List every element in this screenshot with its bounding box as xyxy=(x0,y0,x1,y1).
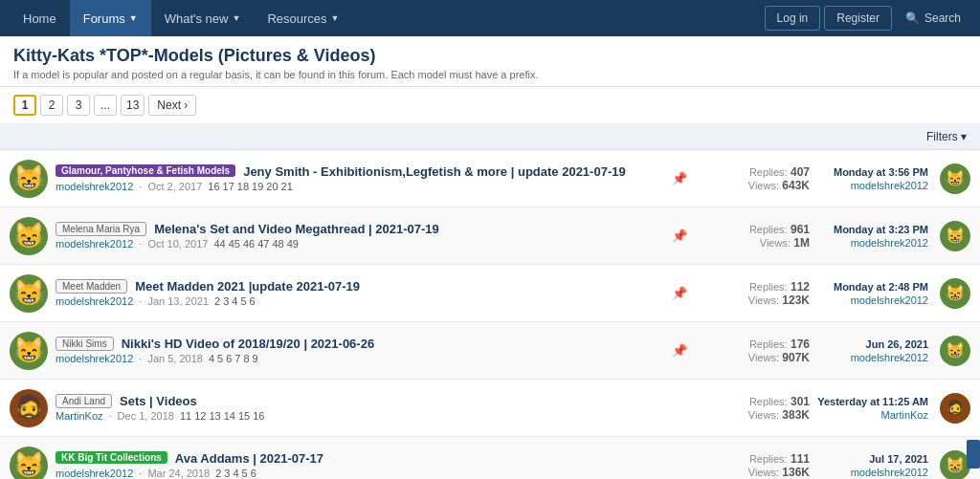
thread-page-links: 23456 xyxy=(215,468,256,479)
thread-tag: Melena Maria Rya xyxy=(56,222,146,236)
latest-date: Jun 26, 2021 xyxy=(851,338,928,350)
avatar: 😸 xyxy=(10,274,48,313)
thread-page-link[interactable]: 9 xyxy=(253,353,258,364)
thread-page-link[interactable]: 3 xyxy=(223,295,229,307)
latest-avatar: 😸 xyxy=(940,336,970,366)
thread-stats: Replies: 301 Views: 383K xyxy=(695,395,810,422)
thread-page-link[interactable]: 20 xyxy=(266,181,278,192)
latest-user[interactable]: modelshrek2012 xyxy=(834,237,928,249)
thread-stats: Replies: 176 Views: 907K xyxy=(695,337,810,364)
latest-avatar: 🧔 xyxy=(940,393,970,424)
thread-page-link[interactable]: 4 xyxy=(209,353,214,364)
pagination-next[interactable]: Next › xyxy=(148,95,196,116)
page-number[interactable]: 3 xyxy=(67,95,90,116)
thread-page-link[interactable]: 21 xyxy=(281,181,293,192)
thread-page-link[interactable]: 17 xyxy=(223,181,234,192)
thread-page-link[interactable]: 4 xyxy=(233,468,238,479)
thread-page-link[interactable]: 13 xyxy=(209,410,220,422)
thread-page-link[interactable]: 18 xyxy=(237,181,249,192)
thread-date: Jan 13, 2021 xyxy=(147,295,209,307)
views-label: Views: xyxy=(748,180,779,191)
latest-avatar: 😸 xyxy=(940,221,970,251)
avatar: 😸 xyxy=(10,332,48,370)
thread-title[interactable]: Melena's Set and Video Megathread | 2021… xyxy=(154,222,439,236)
page-number[interactable]: 13 xyxy=(121,95,145,116)
thread-author[interactable]: modelshrek2012 xyxy=(56,468,133,479)
page-title: Kitty-Kats *TOP*-Models (Pictures & Vide… xyxy=(13,46,967,66)
nav-whats-new[interactable]: What's new▼ xyxy=(151,0,255,36)
thread-page-link[interactable]: 5 xyxy=(217,353,223,364)
thread-page-link[interactable]: 46 xyxy=(243,238,255,250)
page-number[interactable]: ... xyxy=(94,95,117,116)
latest-avatar: 😸 xyxy=(940,278,970,309)
thread-page-link[interactable]: 49 xyxy=(287,238,299,250)
thread-page-link[interactable]: 7 xyxy=(234,353,240,364)
thread-page-links: 444546474849 xyxy=(213,238,299,250)
replies-value: 111 xyxy=(791,452,810,466)
thread-title[interactable]: Jeny Smith - Exhibitionism,Legfetish & m… xyxy=(243,164,626,179)
thread-author[interactable]: modelshrek2012 xyxy=(56,238,133,250)
thread-page-link[interactable]: 5 xyxy=(242,468,248,479)
search-button[interactable]: 🔍 Search xyxy=(896,11,970,25)
thread-page-link[interactable]: 14 xyxy=(224,410,235,422)
pin-icon: 📌 xyxy=(672,343,687,358)
nav-forums[interactable]: Forums▼ xyxy=(70,0,151,36)
thread-stats: Replies: 961 Views: 1M xyxy=(695,223,810,250)
thread-page-link[interactable]: 8 xyxy=(243,353,249,364)
thread-page-link[interactable]: 19 xyxy=(252,181,263,192)
thread-page-link[interactable]: 16 xyxy=(208,181,219,192)
thread-author[interactable]: modelshrek2012 xyxy=(56,353,133,364)
thread-page-link[interactable]: 15 xyxy=(238,410,250,422)
thread-tag: KK Big Tit Collections xyxy=(56,451,167,464)
thread-page-link[interactable]: 5 xyxy=(240,295,246,307)
register-button[interactable]: Register xyxy=(824,6,892,31)
thread-page-link[interactable]: 16 xyxy=(253,410,264,422)
filter-button[interactable]: Filters ▾ xyxy=(926,130,967,143)
thread-page-link[interactable]: 2 xyxy=(214,295,220,307)
thread-page-link[interactable]: 47 xyxy=(257,238,269,250)
views-value: 1M xyxy=(793,236,810,250)
replies-value: 407 xyxy=(791,165,810,179)
thread-page-links: 23456 xyxy=(214,295,256,307)
thread-page-link[interactable]: 12 xyxy=(194,410,206,422)
thread-page-link[interactable]: 11 xyxy=(180,410,191,422)
replies-value: 112 xyxy=(791,280,810,294)
thread-page-link[interactable]: 6 xyxy=(250,295,256,307)
thread-title[interactable]: Meet Madden 2021 |update 2021-07-19 xyxy=(135,279,360,294)
thread-title[interactable]: Sets | Videos xyxy=(120,394,197,408)
thread-author[interactable]: modelshrek2012 xyxy=(56,181,133,192)
nav-home[interactable]: Home xyxy=(10,0,70,36)
nav-resources[interactable]: Resources▼ xyxy=(254,0,352,36)
avatar: 🧔 xyxy=(10,389,48,427)
latest-user[interactable]: modelshrek2012 xyxy=(851,352,928,363)
latest-user[interactable]: modelshrek2012 xyxy=(851,467,928,478)
thread-page-link[interactable]: 6 xyxy=(226,353,232,364)
thread-page-link[interactable]: 48 xyxy=(272,238,283,250)
thread-stats: Replies: 407 Views: 643K xyxy=(695,165,810,192)
views-value: 123K xyxy=(782,294,810,307)
pin-icon: 📌 xyxy=(672,286,687,300)
latest-date: Monday at 3:56 PM xyxy=(834,166,928,178)
thread-title[interactable]: Nikki's HD Video of 2018/19/20 | 2021-06… xyxy=(122,337,374,351)
thread-date: Dec 1, 2018 xyxy=(118,410,174,422)
thread-title[interactable]: Ava Addams | 2021-07-17 xyxy=(175,451,323,466)
latest-user[interactable]: MartinKoz xyxy=(817,409,928,421)
latest-user[interactable]: modelshrek2012 xyxy=(834,294,928,306)
thread-page-link[interactable]: 45 xyxy=(229,238,240,250)
thread-page-link[interactable]: 4 xyxy=(232,295,237,307)
page-number[interactable]: 1 xyxy=(13,95,36,116)
thread-page-link[interactable]: 2 xyxy=(215,468,221,479)
thread-author[interactable]: MartinKoz xyxy=(56,410,103,422)
page-subtitle: If a model is popular and posted on a re… xyxy=(13,69,967,80)
table-row: 😸Glamour, Pantyhose & Fetish ModelsJeny … xyxy=(0,150,980,207)
page-number[interactable]: 2 xyxy=(40,95,63,116)
thread-page-link[interactable]: 44 xyxy=(213,238,225,250)
thread-author[interactable]: modelshrek2012 xyxy=(56,295,133,307)
latest-user[interactable]: modelshrek2012 xyxy=(834,180,928,191)
table-row: 😸Melena Maria RyaMelena's Set and Video … xyxy=(0,207,980,265)
thread-page-link[interactable]: 6 xyxy=(251,468,256,479)
scrollbar[interactable] xyxy=(967,440,980,468)
thread-page-link[interactable]: 3 xyxy=(224,468,230,479)
pin-icon: 📌 xyxy=(672,229,687,243)
login-button[interactable]: Log in xyxy=(765,6,821,31)
